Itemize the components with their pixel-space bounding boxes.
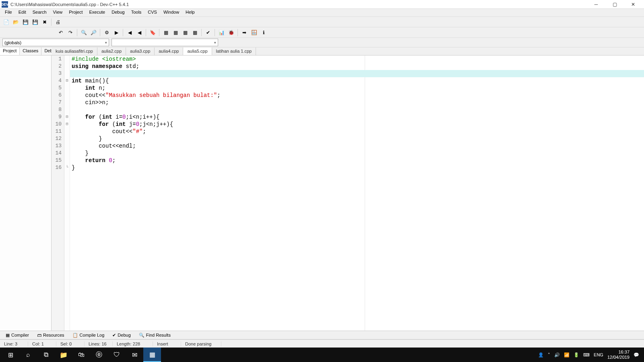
bookmark-button[interactable]: 🔖	[148, 28, 157, 37]
print-button[interactable]: 🖨	[54, 18, 62, 27]
close-button[interactable]: ✕	[624, 0, 642, 9]
chevron-down-icon: ▾	[105, 41, 107, 45]
about-button[interactable]: ℹ	[259, 28, 268, 37]
code-area[interactable]: #include <iostream>using namespace std;i…	[70, 56, 644, 331]
debug-button[interactable]: 🐞	[227, 28, 235, 37]
devcpp-taskbar-button[interactable]: ▦	[143, 348, 161, 362]
taskview-button[interactable]: ⧉	[37, 348, 55, 362]
file-tab[interactable]: aulia3.cpp	[126, 47, 155, 55]
file-tab[interactable]: aulia4.cpp	[155, 47, 183, 55]
menu-project[interactable]: Project	[66, 9, 86, 16]
code-line[interactable]: cout<<endl;	[70, 142, 644, 150]
code-line[interactable]: cout<<"Masukkan sebuah bilangan bulat:";	[70, 92, 644, 99]
mcafee-button[interactable]: 🛡	[108, 348, 126, 362]
member-dropdown[interactable]: ▾	[111, 39, 218, 46]
fold-marker[interactable]: ⊟	[64, 77, 70, 84]
file-tab[interactable]: latihan aulia 1.cpp	[212, 47, 256, 55]
side-tab-classes[interactable]: Classes	[20, 47, 41, 55]
search-button[interactable]: ⌕	[19, 348, 37, 362]
edge-button[interactable]: ⓔ	[90, 348, 108, 362]
replace-button[interactable]: 🔎	[89, 28, 98, 37]
store-button[interactable]: 🛍	[72, 348, 90, 362]
check-button[interactable]: ✔	[204, 28, 213, 37]
system-tray[interactable]: 👤 ˄ 🔊 📶 🔋 ⌨ ENG 16:37 12/04/2019 💬	[538, 350, 642, 360]
menu-window[interactable]: Window	[160, 9, 182, 16]
code-line[interactable]: }	[70, 135, 644, 142]
code-line[interactable]: for (int j=0;j<n;j++){	[70, 121, 644, 128]
menu-execute[interactable]: Execute	[86, 9, 108, 16]
tray-chevron-icon[interactable]: ˄	[548, 352, 550, 358]
code-line[interactable]: using namespace std;	[70, 63, 644, 70]
minimize-button[interactable]: ─	[587, 0, 605, 9]
menu-file[interactable]: File	[2, 9, 15, 16]
code-line[interactable]: cout<<"#";	[70, 128, 644, 135]
code-line[interactable]: cin>>n;	[70, 99, 644, 106]
menu-tools[interactable]: Tools	[128, 9, 145, 16]
bottom-tab-label: Compile Log	[80, 333, 105, 337]
code-line[interactable]: }	[70, 150, 644, 157]
grid3-button[interactable]: ▦	[181, 28, 190, 37]
menu-cvs[interactable]: CVS	[144, 9, 160, 16]
menu-help[interactable]: Help	[182, 9, 198, 16]
save-button[interactable]: 💾	[21, 18, 30, 27]
scope-dropdown[interactable]: (globals) ▾	[2, 39, 109, 46]
file-tab[interactable]: aulia2.cpp	[97, 47, 126, 55]
clock[interactable]: 16:37 12/04/2019	[607, 350, 630, 360]
redo-button[interactable]: ↷	[66, 28, 75, 37]
code-line[interactable]: return 0;	[70, 157, 644, 164]
fold-marker[interactable]: ⊟	[64, 121, 70, 128]
maximize-button[interactable]: ▢	[605, 0, 624, 9]
menu-search[interactable]: Search	[29, 9, 50, 16]
back-button[interactable]: ◀	[125, 28, 134, 37]
menu-debug[interactable]: Debug	[108, 9, 128, 16]
code-line[interactable]	[70, 70, 644, 77]
grid1-button[interactable]: ▦	[161, 28, 170, 37]
undo-button[interactable]: ↶	[56, 28, 65, 37]
find-button[interactable]: 🔍	[79, 28, 88, 37]
side-tab-project[interactable]: Project	[0, 47, 20, 55]
new-file-button[interactable]: 📄	[2, 18, 10, 27]
close-file-button[interactable]: ✖	[40, 18, 49, 27]
grid2-button[interactable]: ▦	[171, 28, 180, 37]
save-all-button[interactable]: 💾	[31, 18, 39, 27]
new-win-button[interactable]: 🪟	[250, 28, 258, 37]
battery-icon[interactable]: 🔋	[574, 352, 579, 358]
bottom-tab-resources[interactable]: 🗃Resources	[33, 331, 68, 339]
code-line[interactable]: #include <iostream>	[70, 56, 644, 63]
people-icon[interactable]: 👤	[538, 352, 544, 358]
keyboard-icon[interactable]: ⌨	[583, 352, 590, 358]
code-line[interactable]: }	[70, 164, 644, 171]
fold-marker	[64, 70, 70, 77]
bottom-tab-compiler[interactable]: ▦Compiler	[2, 331, 33, 339]
run-button[interactable]: ▶	[112, 28, 121, 37]
code-line[interactable]: int main(){	[70, 77, 644, 84]
bottom-tab-debug[interactable]: ✔Debug	[108, 331, 134, 339]
code-line[interactable]: for (int i=0;i<n;i++){	[70, 113, 644, 121]
explorer-button[interactable]: 📁	[55, 348, 72, 362]
bottom-tab-compile-log[interactable]: 📋Compile Log	[68, 331, 109, 339]
clock-time: 16:37	[607, 350, 630, 355]
menu-view[interactable]: View	[50, 9, 66, 16]
bottom-tab-find-results[interactable]: 🔍Find Results	[135, 331, 175, 339]
open-button[interactable]: 📂	[11, 18, 20, 27]
forward-button[interactable]: ◀	[135, 28, 144, 37]
network-icon[interactable]: 📶	[564, 352, 570, 358]
mail-button[interactable]: ✉	[126, 348, 143, 362]
compile-button[interactable]: ⚙	[102, 28, 111, 37]
fold-marker[interactable]: ⊟	[64, 113, 70, 121]
code-line[interactable]	[70, 106, 644, 113]
start-button[interactable]: ⊞	[2, 348, 19, 362]
menu-edit[interactable]: Edit	[15, 9, 29, 16]
notifications-icon[interactable]: 💬	[634, 352, 639, 358]
profile-button[interactable]: 📊	[217, 28, 226, 37]
code-line[interactable]: int n;	[70, 84, 644, 92]
file-tab[interactable]: aulia5.cpp	[183, 47, 212, 55]
lang-indicator[interactable]: ENG	[594, 352, 603, 357]
file-tab[interactable]: kuis auliasafitri.cpp	[52, 47, 97, 55]
grid4-button[interactable]: ▦	[190, 28, 199, 37]
goto-button[interactable]: ➡	[240, 28, 249, 37]
code-editor[interactable]: 12345678910111213141516 ⊟⊟⊟└ #include <i…	[52, 56, 644, 331]
side-panel[interactable]	[0, 56, 52, 331]
volume-icon[interactable]: 🔊	[554, 352, 560, 358]
fold-marker	[64, 99, 70, 106]
